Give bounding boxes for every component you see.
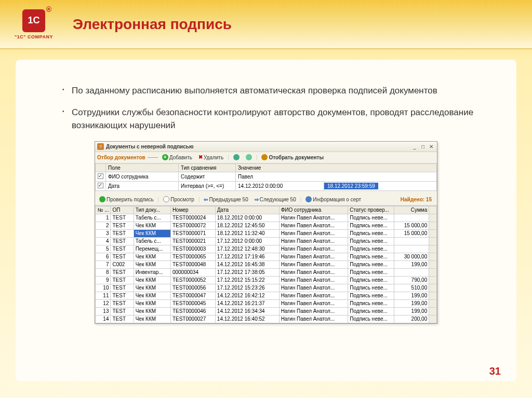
cell-op: TEST — [111, 253, 134, 260]
cell-type: Табель с... — [134, 214, 170, 222]
cell-type: Чек ККМ — [134, 299, 170, 307]
filter-value[interactable]: Павел — [236, 172, 437, 181]
paste-button[interactable] — [244, 154, 254, 161]
slide-header: 1С "1C" COMPANY Электронная подпись — [0, 0, 532, 49]
col-docnum[interactable]: Номер — [170, 206, 215, 214]
filter-header-comparison[interactable]: Тип сравнения — [179, 163, 236, 172]
cell-op: TEST — [111, 315, 134, 323]
minimize-button[interactable]: _ — [411, 143, 418, 149]
bullet-item: По заданному расписанию выполняется авто… — [62, 84, 490, 98]
cell-sum — [394, 245, 429, 253]
col-fio[interactable]: ФИО сотрудника — [279, 206, 348, 214]
cell-op: TEST — [111, 268, 134, 276]
scrollbar-cell[interactable] — [429, 245, 437, 253]
scrollbar-cell[interactable] — [429, 276, 437, 284]
cell-status: Подпись неве... — [348, 253, 394, 260]
filter-grid: Поле Тип сравнения Значение ФИО сотрудни… — [95, 163, 437, 191]
cell-status: Подпись неве... — [348, 292, 394, 299]
app-icon: ? — [97, 143, 104, 150]
close-button[interactable]: ✕ — [428, 143, 435, 149]
scrollbar-cell[interactable] — [429, 284, 437, 292]
table-row[interactable]: 8TESTИнвентар...00000003417.12.2012 17:3… — [96, 268, 437, 276]
cell-docnum: TEST0000072 — [170, 222, 215, 229]
table-row[interactable]: 4TESTТабель с...TEST000002117.12.2012 0:… — [96, 237, 437, 245]
scrollbar-cell[interactable] — [429, 307, 437, 315]
table-row[interactable]: 3TESTЧек ККМTEST000007118.12.2012 11:32:… — [96, 229, 437, 237]
cell-type: Чек ККМ — [134, 292, 170, 299]
cell-type: Инвентар... — [134, 268, 170, 276]
check-icon[interactable] — [98, 183, 103, 188]
scrollbar-head — [429, 206, 437, 214]
col-status[interactable]: Статус провер... — [348, 206, 394, 214]
table-row[interactable]: 2TESTЧек ККМTEST000007218.12.2012 12:45:… — [96, 222, 437, 229]
cert-info-button[interactable]: Информация о серт — [303, 196, 363, 203]
filter-row[interactable]: ФИО сотрудника Содержит Павел — [96, 172, 437, 181]
table-row[interactable]: 10TESTЧек ККМTEST000005617.12.2012 15:23… — [96, 284, 437, 292]
scrollbar-cell[interactable] — [429, 260, 437, 268]
cell-date: 14.12.2012 16:40:52 — [215, 315, 279, 323]
cell-num: 4 — [96, 237, 111, 245]
col-type[interactable]: Тип доку... — [134, 206, 170, 214]
filter-row[interactable]: Дата Интервал (>=, <=) 14.12.2012 0:00:0… — [96, 181, 437, 190]
table-row[interactable]: 5TESTПеремещ...TEST000000317.12.2012 12:… — [96, 245, 437, 253]
scrollbar-cell[interactable] — [429, 299, 437, 307]
magnifier-icon — [163, 196, 169, 202]
cell-num: 2 — [96, 222, 111, 229]
check-icon[interactable] — [98, 173, 103, 179]
filter-header-value[interactable]: Значение — [236, 163, 437, 172]
scrollbar-cell[interactable] — [429, 222, 437, 229]
col-op[interactable]: ОП — [111, 206, 134, 214]
cell-fio: Нагин Павел Анатол... — [279, 315, 348, 323]
copy-button[interactable] — [231, 154, 242, 161]
table-row[interactable]: 12TESTЧек ККМTEST000004514.12.2012 16:21… — [96, 299, 437, 307]
apply-filter-button[interactable]: Отобрать документы — [259, 154, 326, 161]
table-row[interactable]: 6TESTЧек ККМTEST000006517.12.2012 17:19:… — [96, 253, 437, 260]
cell-date: 17.12.2012 17:38:05 — [215, 268, 279, 276]
filter-value[interactable]: 14.12.2012 0:00:00 — [236, 181, 324, 190]
cell-docnum: TEST0000027 — [170, 315, 215, 323]
scrollbar-cell[interactable] — [429, 253, 437, 260]
verify-signature-button[interactable]: Проверить подпись — [97, 196, 156, 203]
cell-date: 17.12.2012 17:19:46 — [215, 253, 279, 260]
add-button[interactable]: +Добавить — [160, 154, 194, 161]
prev-page-button[interactable]: ⇦Предыдущие 50 — [202, 196, 250, 203]
table-row[interactable]: 9TESTЧек ККМTEST000005217.12.2012 15:15:… — [96, 276, 437, 284]
table-row[interactable]: 11TESTЧек ККМTEST000004714.12.2012 16:42… — [96, 292, 437, 299]
filter-value-end[interactable]: 18.12.2012 23:59:59 — [324, 181, 437, 190]
col-sum[interactable]: Сумма — [394, 206, 429, 214]
cell-sum: 15 000,00 — [394, 229, 429, 237]
table-row[interactable]: 1TESTТабель с...TEST000002418.12.2012 0:… — [96, 214, 437, 222]
maximize-button[interactable]: □ — [419, 143, 427, 149]
info-icon — [305, 196, 312, 202]
filter-header-field[interactable]: Поле — [106, 163, 179, 172]
found-count: Найдено: 15 — [401, 197, 435, 202]
cell-num: 13 — [96, 307, 111, 315]
cell-status: Подпись неве... — [348, 299, 394, 307]
filter-field[interactable]: ФИО сотрудника — [106, 172, 179, 181]
cell-docnum: TEST0000045 — [170, 299, 215, 307]
filter-comparison[interactable]: Интервал (>=, <=) — [179, 181, 236, 190]
filter-header-check[interactable] — [96, 163, 106, 172]
col-date[interactable]: Дата — [215, 206, 279, 214]
scrollbar-cell[interactable] — [429, 214, 437, 222]
filter-comparison[interactable]: Содержит — [179, 172, 236, 181]
view-button[interactable]: Просмотр — [161, 196, 196, 203]
next-page-button[interactable]: ⇨Следующие 50 — [252, 196, 298, 203]
delete-button[interactable]: ✖Удалить — [196, 154, 225, 161]
scrollbar-cell[interactable] — [429, 229, 437, 237]
documents-grid: № ... ОП Тип доку... Номер Дата ФИО сотр… — [95, 206, 437, 323]
scrollbar-cell[interactable] — [429, 237, 437, 245]
cell-type: Чек ККМ — [134, 229, 170, 237]
col-num[interactable]: № ... — [96, 206, 111, 214]
arrow-right-icon: ⇨ — [255, 197, 259, 202]
scrollbar-cell[interactable] — [429, 268, 437, 276]
scrollbar-cell[interactable] — [429, 315, 437, 323]
filter-field[interactable]: Дата — [106, 181, 179, 190]
cell-sum — [394, 214, 429, 222]
table-row[interactable]: 14TESTЧек ККМTEST000002714.12.2012 16:40… — [96, 315, 437, 323]
cell-fio: Нагин Павел Анатол... — [279, 276, 348, 284]
table-row[interactable]: 13TESTЧек ККМTEST000004614.12.2012 16:34… — [96, 307, 437, 315]
table-row[interactable]: 7C002Чек ККМTEST000004814.12.2012 16:45:… — [96, 260, 437, 268]
scrollbar-cell[interactable] — [429, 292, 437, 299]
cell-sum — [394, 237, 429, 245]
